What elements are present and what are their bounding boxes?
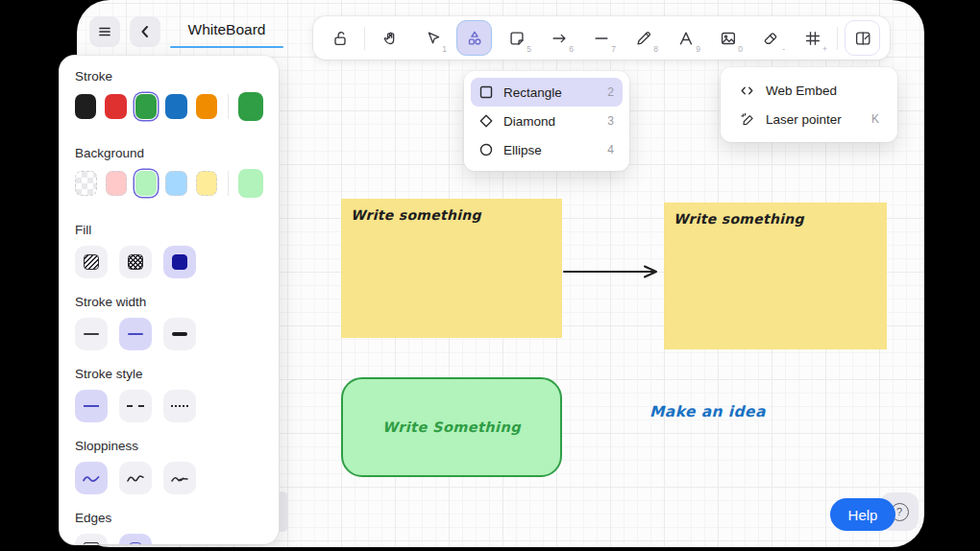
- stroke-style-dashed-button[interactable]: [119, 390, 152, 422]
- tool-shortcut: 0: [738, 44, 743, 54]
- tool-shortcut: 5: [527, 44, 531, 54]
- tool-shortcut: 8: [653, 44, 658, 54]
- stroke-color-green[interactable]: [135, 94, 157, 119]
- menu-item-diamond[interactable]: Diamond 3: [471, 107, 623, 135]
- text-tool-button[interactable]: 9: [668, 20, 703, 56]
- dotted-line-icon: [171, 405, 188, 407]
- extra-bold-line-icon: [172, 332, 187, 336]
- background-color-yellow[interactable]: [196, 171, 218, 196]
- library-icon: [853, 29, 872, 48]
- rounded-rectangle-shape[interactable]: Write Something: [341, 377, 562, 477]
- stroke-style-dotted-button[interactable]: [163, 390, 196, 422]
- stroke-color-red[interactable]: [105, 94, 126, 119]
- stroke-style-solid-button[interactable]: [75, 390, 108, 422]
- draw-tool-button[interactable]: 8: [625, 20, 661, 56]
- background-color-blue[interactable]: [165, 171, 187, 196]
- stroke-width-bold-button[interactable]: [119, 318, 152, 350]
- stroke-color-blue[interactable]: [165, 94, 186, 119]
- stroke-width-extrabold-button[interactable]: [163, 318, 196, 350]
- crosshatch-fill-icon: [128, 254, 143, 270]
- sticky-note[interactable]: Write something: [341, 199, 562, 338]
- hand-tool-button[interactable]: [372, 20, 407, 56]
- help-label: Help: [848, 507, 878, 523]
- screenshot-stage: WhiteBoard 1 5: [0, 0, 980, 551]
- arrow-tool-button[interactable]: 6: [541, 20, 576, 56]
- line-tool-button[interactable]: 7: [583, 20, 619, 56]
- background-color-pink[interactable]: [106, 171, 128, 196]
- toolbar-divider: [364, 27, 365, 50]
- help-button[interactable]: Help: [830, 498, 895, 531]
- menu-item-shortcut: 2: [607, 85, 614, 99]
- frame-tool-button[interactable]: +: [795, 20, 830, 56]
- board-title[interactable]: WhiteBoard: [168, 21, 285, 38]
- tool-shortcut: 6: [569, 44, 574, 54]
- connector-arrow[interactable]: [562, 264, 668, 279]
- sticky-note-text: Write something: [674, 211, 804, 227]
- diamond-icon: [479, 114, 493, 128]
- back-button[interactable]: [130, 16, 160, 47]
- eraser-icon: [761, 29, 780, 48]
- sloppiness-architect-button[interactable]: [75, 462, 108, 494]
- background-color-transparent[interactable]: [75, 171, 97, 196]
- menu-item-label: Diamond: [503, 114, 555, 129]
- fill-hachure-button[interactable]: [75, 246, 108, 278]
- stroke-width-thin-button[interactable]: [75, 318, 108, 350]
- select-tool-button[interactable]: 1: [414, 20, 450, 56]
- dashed-line-icon: [127, 405, 144, 407]
- menu-item-shortcut: K: [871, 112, 879, 126]
- laser-pointer-icon: [739, 111, 755, 128]
- background-color-green[interactable]: [135, 171, 157, 196]
- background-color-row: [75, 169, 263, 198]
- menu-item-laser-pointer[interactable]: Laser pointer K: [730, 105, 888, 133]
- sloppiness-artist-button[interactable]: [119, 462, 152, 494]
- pencil-icon: [634, 29, 653, 48]
- shapes-tool-button[interactable]: [456, 20, 492, 56]
- edges-section-label: Edges: [75, 511, 263, 525]
- swatch-divider: [228, 171, 229, 196]
- eraser-tool-button[interactable]: -: [752, 20, 788, 56]
- bold-line-icon: [128, 333, 143, 336]
- stroke-color-black[interactable]: [75, 94, 96, 119]
- fill-crosshatch-button[interactable]: [119, 246, 152, 278]
- edges-round-button[interactable]: [119, 534, 152, 544]
- sticky-note[interactable]: Write something: [664, 203, 887, 349]
- stroke-style-row: [75, 390, 263, 422]
- line-icon: [592, 29, 611, 48]
- image-tool-button[interactable]: 0: [710, 20, 746, 56]
- shapes-icon: [465, 29, 484, 48]
- code-embed-icon: [739, 84, 755, 98]
- library-button[interactable]: [845, 20, 880, 56]
- tool-shortcut: -: [782, 44, 785, 54]
- fill-section-label: Fill: [75, 223, 263, 237]
- tool-shortcut: +: [822, 44, 827, 54]
- annotation-text: Make an idea: [649, 403, 766, 420]
- menu-item-web-embed[interactable]: Web Embed: [730, 76, 888, 105]
- stroke-section-label: Stroke: [75, 69, 263, 84]
- hamburger-menu-button[interactable]: [89, 16, 120, 47]
- sloppiness-section-label: Sloppiness: [75, 439, 263, 453]
- shape-dropdown-menu: Rectangle 2 Diamond 3 Ellipse 4: [464, 71, 629, 171]
- menu-item-label: Ellipse: [503, 143, 542, 157]
- stroke-color-orange[interactable]: [196, 94, 217, 119]
- sloppiness-cartoonist-button[interactable]: [163, 462, 196, 494]
- image-icon: [719, 29, 738, 48]
- canvas-text-annotation[interactable]: Make an idea: [649, 403, 766, 420]
- tool-shortcut: 7: [611, 44, 616, 54]
- edges-sharp-button[interactable]: [75, 534, 108, 544]
- swatch-divider: [228, 94, 229, 119]
- solid-fill-icon: [172, 254, 187, 270]
- toolbar-divider: [837, 27, 838, 50]
- menu-item-label: Laser pointer: [766, 112, 842, 127]
- artist-wave-icon: [126, 471, 145, 485]
- note-tool-button[interactable]: 5: [499, 20, 534, 56]
- current-stroke-color[interactable]: [238, 92, 263, 121]
- stroke-width-section-label: Stroke width: [75, 295, 263, 309]
- cursor-icon: [423, 29, 442, 48]
- current-background-color[interactable]: [238, 169, 263, 198]
- menu-item-ellipse[interactable]: Ellipse 4: [471, 135, 623, 164]
- fill-solid-button[interactable]: [163, 246, 196, 278]
- lock-tool-button[interactable]: [322, 20, 357, 56]
- solid-line-icon: [84, 405, 99, 407]
- menu-item-rectangle[interactable]: Rectangle 2: [471, 78, 623, 107]
- ellipse-icon: [479, 143, 493, 156]
